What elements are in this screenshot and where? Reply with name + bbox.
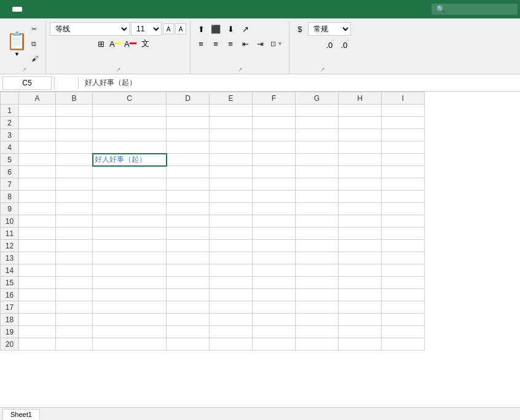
cell-E6[interactable] — [210, 166, 253, 178]
cell-E17[interactable] — [210, 301, 253, 314]
italic-button[interactable] — [65, 37, 78, 50]
cell-D9[interactable] — [167, 203, 210, 215]
cell-H14[interactable] — [339, 264, 382, 277]
bold-button[interactable] — [50, 37, 63, 50]
cell-I14[interactable] — [382, 264, 425, 277]
cell-A4[interactable] — [19, 141, 56, 154]
cell-D11[interactable] — [167, 228, 210, 240]
orient-button[interactable]: ↗ — [238, 22, 252, 36]
cell-E14[interactable] — [210, 264, 253, 277]
decimal-increase-button[interactable]: .0 — [323, 38, 336, 52]
cell-B2[interactable] — [56, 117, 93, 129]
number-expand[interactable]: ↗ — [320, 66, 325, 73]
cell-F11[interactable] — [253, 228, 296, 240]
cell-G15[interactable] — [296, 277, 339, 289]
cell-A13[interactable] — [19, 252, 56, 264]
cell-H13[interactable] — [339, 252, 382, 264]
cell-A16[interactable] — [19, 289, 56, 301]
cell-B16[interactable] — [56, 289, 93, 301]
cell-H7[interactable] — [339, 178, 382, 191]
cell-G16[interactable] — [296, 289, 339, 301]
menu-search[interactable]: 🔍 — [431, 4, 518, 15]
formula-input[interactable] — [82, 79, 518, 87]
cell-B3[interactable] — [56, 129, 93, 141]
cell-G8[interactable] — [296, 191, 339, 203]
cell-G5[interactable] — [296, 154, 339, 166]
paste-dropdown-arrow[interactable]: ▼ — [14, 51, 20, 57]
cell-F3[interactable] — [253, 129, 296, 141]
cell-B5[interactable] — [56, 154, 93, 166]
auto-wrap-button[interactable] — [253, 22, 258, 36]
cell-C3[interactable] — [93, 129, 167, 141]
cell-I17[interactable] — [382, 301, 425, 314]
cell-C12[interactable] — [93, 240, 167, 252]
menu-developer[interactable] — [81, 7, 91, 12]
cell-H19[interactable] — [339, 326, 382, 338]
cell-G2[interactable] — [296, 117, 339, 129]
cell-E1[interactable] — [210, 105, 253, 117]
cell-G9[interactable] — [296, 203, 339, 215]
cell-I2[interactable] — [382, 117, 425, 129]
comma-button[interactable] — [308, 38, 321, 52]
cell-I18[interactable] — [382, 314, 425, 326]
cell-F18[interactable] — [253, 314, 296, 326]
cell-H1[interactable] — [339, 105, 382, 117]
menu-view[interactable] — [71, 7, 81, 12]
cell-C15[interactable] — [93, 277, 167, 289]
cell-E5[interactable] — [210, 154, 253, 166]
cell-D3[interactable] — [167, 129, 210, 141]
font-color-button[interactable]: A — [124, 37, 137, 50]
cell-C7[interactable] — [93, 178, 167, 191]
cell-D17[interactable] — [167, 301, 210, 314]
cell-D19[interactable] — [167, 326, 210, 338]
cell-B10[interactable] — [56, 215, 93, 228]
clipboard-expand[interactable]: ↗ — [22, 66, 27, 73]
cell-E20[interactable] — [210, 338, 253, 351]
col-header-C[interactable]: C — [93, 92, 167, 105]
align-left-button[interactable]: ≡ — [194, 37, 208, 50]
col-header-I[interactable]: I — [382, 92, 425, 105]
cell-B12[interactable] — [56, 240, 93, 252]
font-size-select[interactable]: 11 — [131, 22, 162, 36]
menu-data[interactable] — [52, 7, 61, 12]
cell-F19[interactable] — [253, 326, 296, 338]
menu-page-layout[interactable] — [32, 7, 42, 12]
cell-F1[interactable] — [253, 105, 296, 117]
menu-home[interactable] — [12, 7, 22, 12]
cut-button[interactable]: ✂ — [29, 22, 42, 36]
cell-D1[interactable] — [167, 105, 210, 117]
cell-D15[interactable] — [167, 277, 210, 289]
cell-B14[interactable] — [56, 264, 93, 277]
cell-H17[interactable] — [339, 301, 382, 314]
cell-B4[interactable] — [56, 141, 93, 154]
cell-E13[interactable] — [210, 252, 253, 264]
cell-H11[interactable] — [339, 228, 382, 240]
cell-H15[interactable] — [339, 277, 382, 289]
cell-D7[interactable] — [167, 178, 210, 191]
cell-D16[interactable] — [167, 289, 210, 301]
cell-D5[interactable] — [167, 154, 210, 166]
cell-G18[interactable] — [296, 314, 339, 326]
cell-reference-input[interactable] — [2, 76, 52, 90]
cell-G6[interactable] — [296, 166, 339, 178]
merge-center-button[interactable]: ⊡ ▼ — [268, 37, 285, 50]
cell-I10[interactable] — [382, 215, 425, 228]
border-button[interactable]: ⊞ — [94, 37, 108, 50]
cell-C1[interactable] — [93, 105, 167, 117]
cell-C11[interactable] — [93, 228, 167, 240]
font-family-select[interactable]: 等线 — [50, 22, 130, 36]
cell-B19[interactable] — [56, 326, 93, 338]
cell-G12[interactable] — [296, 240, 339, 252]
cell-F20[interactable] — [253, 338, 296, 351]
number-currency-button[interactable]: $ — [293, 22, 307, 36]
cell-C16[interactable] — [93, 289, 167, 301]
align-right-button[interactable]: ≡ — [224, 37, 237, 50]
align-top-button[interactable]: ⬆ — [194, 22, 208, 36]
cell-C13[interactable] — [93, 252, 167, 264]
cell-G17[interactable] — [296, 301, 339, 314]
cell-F10[interactable] — [253, 215, 296, 228]
cell-G1[interactable] — [296, 105, 339, 117]
cell-D6[interactable] — [167, 166, 210, 178]
cell-G20[interactable] — [296, 338, 339, 351]
cell-F12[interactable] — [253, 240, 296, 252]
